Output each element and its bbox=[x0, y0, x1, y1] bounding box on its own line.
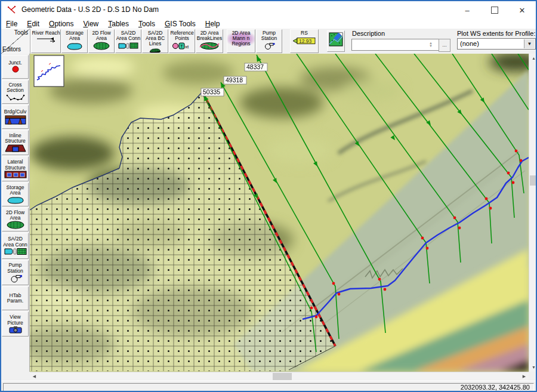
description-spinner[interactable]: ▲▼ bbox=[427, 39, 434, 50]
tools-editors-corner: Tools Editors bbox=[1, 29, 30, 54]
rs-value: 12.93 bbox=[299, 38, 312, 44]
junction-icon bbox=[11, 66, 20, 73]
overview-inset bbox=[34, 55, 64, 87]
horizontal-scroll-thumb[interactable] bbox=[273, 373, 292, 380]
sa2d-bc-lines-icon bbox=[146, 48, 165, 53]
menu-options[interactable]: Options bbox=[49, 20, 73, 28]
sidebar-item-2d-flow-area[interactable]: 2D Flow Area bbox=[2, 208, 29, 232]
menu-tools[interactable]: Tools bbox=[138, 20, 155, 28]
scroll-right-icon[interactable]: ▶ bbox=[520, 372, 529, 381]
scrollbar-corner bbox=[529, 372, 537, 381]
maximize-button[interactable] bbox=[481, 1, 508, 19]
profile-dropdown[interactable]: (none) ▼ bbox=[457, 38, 536, 50]
horizontal-scrollbar[interactable]: ◀ ▶ bbox=[30, 372, 529, 381]
svg-text:49318: 49318 bbox=[226, 76, 243, 84]
chevron-down-icon[interactable]: ▼ bbox=[524, 39, 535, 48]
svg-text:48337: 48337 bbox=[246, 63, 264, 70]
menu-file[interactable]: File bbox=[6, 20, 17, 28]
sa2d-bc-lines-button[interactable]: SA/2D Area BC Lines bbox=[142, 29, 168, 53]
menu-view[interactable]: View bbox=[83, 20, 98, 28]
sidebar-item-bridge-culvert[interactable]: Brdg/Culv bbox=[2, 105, 29, 129]
profile-selected-value: (none) bbox=[460, 40, 479, 47]
gis-map-icon bbox=[329, 32, 343, 47]
editors-sidebar: Junct. Cross Section Brdg/Culv Inline St… bbox=[1, 54, 30, 372]
reference-points-icon: T xt bbox=[172, 42, 192, 50]
station-label-50335[interactable]: 50335 bbox=[201, 88, 224, 96]
description-more-button[interactable]: ... bbox=[439, 39, 450, 52]
bridge-culvert-icon bbox=[5, 115, 26, 125]
geometric-data-window: Geometric Data - U.S 2D - D.S 1D No Dam … bbox=[0, 0, 537, 392]
gis-view-button[interactable] bbox=[327, 30, 345, 52]
cursor-coordinates: 2032093.32, 342425.80 bbox=[3, 383, 534, 392]
sidebar-item-pump-station[interactable]: Pump Station bbox=[2, 260, 29, 285]
spin-down-icon: ▼ bbox=[429, 45, 433, 48]
close-button[interactable]: ✕ bbox=[508, 1, 536, 19]
2d-area-breaklines-icon bbox=[199, 42, 220, 50]
sidebar-item-storage-area[interactable]: Storage Area bbox=[2, 183, 29, 206]
menu-help[interactable]: Help bbox=[205, 20, 220, 28]
2d-flow-area-button[interactable]: 2D Flow Area bbox=[88, 29, 115, 53]
sa2d-area-conn-icon bbox=[118, 42, 139, 50]
sidebar-item-inline-structure[interactable]: Inline Structure bbox=[2, 130, 29, 155]
title-bar[interactable]: Geometric Data - U.S 2D - D.S 1D No Dam … bbox=[1, 1, 536, 19]
sa2d-area-conn-icon bbox=[4, 248, 27, 255]
svg-text:T: T bbox=[180, 44, 183, 49]
rs-tag-icon: 12.93 bbox=[292, 36, 317, 45]
sidebar-item-junction[interactable]: Junct. bbox=[2, 55, 29, 79]
river-reach-button[interactable]: River Reach bbox=[31, 29, 61, 53]
storage-area-icon bbox=[65, 42, 84, 50]
menu-bar: File Edit Options View Tables Tools GIS … bbox=[1, 19, 536, 29]
inline-structure-icon bbox=[5, 144, 26, 152]
vertical-scroll-thumb[interactable] bbox=[530, 175, 537, 186]
2d-flow-area-icon bbox=[5, 221, 26, 229]
close-icon: ✕ bbox=[519, 6, 526, 15]
profile-label: Plot WS extents for Profile: bbox=[457, 30, 535, 37]
sidebar-item-sa2d-area-conn[interactable]: SA/2D Area Conn bbox=[2, 233, 29, 259]
map-canvas[interactable]: 48337 49318 50335 bbox=[30, 54, 529, 372]
vertical-scrollbar[interactable]: ▲ ▼ bbox=[529, 54, 537, 372]
maximize-icon bbox=[491, 7, 498, 14]
sidebar-item-cross-section[interactable]: Cross Section bbox=[2, 80, 29, 104]
rs-locator-button[interactable]: RS 12.93 bbox=[290, 29, 319, 53]
description-label: Description bbox=[352, 30, 385, 37]
view-picture-icon bbox=[9, 326, 22, 334]
2d-flow-area-icon bbox=[92, 42, 111, 50]
svg-text:50335: 50335 bbox=[203, 88, 220, 95]
sidebar-item-htab-param[interactable]: HTab Param. bbox=[2, 286, 29, 310]
minimize-button[interactable]: – bbox=[453, 1, 481, 19]
menu-tables[interactable]: Tables bbox=[108, 20, 129, 28]
scroll-left-icon[interactable]: ◀ bbox=[30, 372, 39, 381]
reference-points-button[interactable]: Reference Points T xt bbox=[169, 29, 195, 53]
river-reach-icon bbox=[36, 36, 56, 44]
status-bar: 2032093.32, 342425.80 bbox=[1, 381, 536, 392]
menu-edit[interactable]: Edit bbox=[27, 20, 39, 28]
pump-station-button[interactable]: Pump Station bbox=[256, 29, 282, 53]
svg-text:xt: xt bbox=[185, 44, 189, 50]
station-label-48337[interactable]: 48337 bbox=[245, 63, 267, 71]
2d-area-mann-n-regions-button[interactable]: 2D Area Mann n Regions bbox=[227, 29, 255, 53]
scroll-up-icon[interactable]: ▲ bbox=[529, 54, 537, 63]
sidebar-item-view-picture[interactable]: View Picture bbox=[2, 311, 29, 337]
window-title: Geometric Data - U.S 2D - D.S 1D No Dam bbox=[21, 5, 159, 14]
cross-section-icon bbox=[5, 93, 26, 101]
tools-label: Tools bbox=[14, 29, 28, 36]
pump-station-icon bbox=[8, 274, 23, 283]
2d-area-breaklines-button[interactable]: 2D Area BreakLines bbox=[196, 29, 223, 53]
menu-gis-tools[interactable]: GIS Tools bbox=[165, 20, 196, 28]
scroll-down-icon[interactable]: ▼ bbox=[529, 363, 537, 372]
pump-station-icon bbox=[262, 42, 276, 50]
storage-area-icon bbox=[5, 196, 26, 204]
sa2d-area-conn-button[interactable]: SA/2D Area Conn bbox=[115, 29, 141, 53]
toolbar: Tools Editors River Reach Storage Area 2… bbox=[1, 29, 536, 54]
editors-label: Editors bbox=[2, 46, 21, 53]
sidebar-item-lateral-structure[interactable]: Lateral Structure bbox=[2, 156, 29, 181]
minimize-icon: – bbox=[465, 6, 469, 15]
storage-area-button[interactable]: Storage Area bbox=[61, 29, 88, 53]
station-label-49318[interactable]: 49318 bbox=[224, 76, 246, 84]
app-icon bbox=[7, 5, 17, 15]
sidebar-filler bbox=[1, 372, 30, 381]
lateral-structure-icon bbox=[4, 171, 27, 178]
